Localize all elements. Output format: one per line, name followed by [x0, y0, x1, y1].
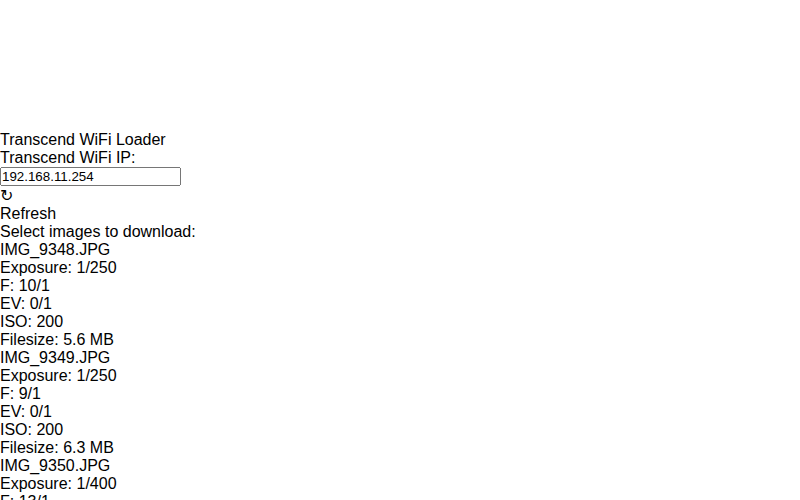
image-rows: IMG_9348.JPG Exposure: 1/250F: 10/1EV: 0…	[0, 241, 800, 500]
refresh-label: Refresh	[0, 205, 800, 223]
wallpaper-stars	[0, 0, 800, 131]
image-exif: Exposure: 1/250F: 10/1EV: 0/1ISO: 200Fil…	[0, 259, 800, 349]
image-exif: Exposure: 1/400F: 13/1EV: 0/1ISO: 200Fil…	[0, 475, 800, 500]
window-title: Transcend WiFi Loader	[0, 131, 800, 149]
exif-line: EV: 0/1	[0, 403, 800, 421]
exif-line: Filesize: 5.6 MB	[0, 331, 800, 349]
title-bar[interactable]: Transcend WiFi Loader	[0, 131, 800, 149]
image-filename: IMG_9349.JPG	[0, 349, 110, 366]
exif-line: Exposure: 1/250	[0, 367, 800, 385]
ip-input[interactable]	[0, 167, 181, 186]
image-filename: IMG_9348.JPG	[0, 241, 110, 258]
select-images-label: Select images to download:	[0, 223, 800, 241]
exif-line: ISO: 200	[0, 421, 800, 439]
image-filename: IMG_9350.JPG	[0, 457, 110, 474]
exif-line: Exposure: 1/250	[0, 259, 800, 277]
exif-line: F: 10/1	[0, 277, 800, 295]
image-exif: Exposure: 1/250F: 9/1EV: 0/1ISO: 200File…	[0, 367, 800, 457]
app-window: Transcend WiFi Loader Transcend WiFi IP:…	[0, 131, 800, 500]
list-item: IMG_9349.JPG Exposure: 1/250F: 9/1EV: 0/…	[0, 349, 800, 457]
ip-label: Transcend WiFi IP:	[0, 149, 800, 167]
refresh-icon[interactable]: ↻	[0, 186, 800, 205]
exif-line: EV: 0/1	[0, 295, 800, 313]
list-item: IMG_9348.JPG Exposure: 1/250F: 10/1EV: 0…	[0, 241, 800, 349]
exif-line: F: 9/1	[0, 385, 800, 403]
desktop: Transcend WiFi Loader Transcend WiFi IP:…	[0, 0, 800, 500]
image-list: IMG_9348.JPG Exposure: 1/250F: 10/1EV: 0…	[0, 241, 800, 500]
exif-line: Filesize: 6.3 MB	[0, 439, 800, 457]
list-item: IMG_9350.JPG Exposure: 1/400F: 13/1EV: 0…	[0, 457, 800, 500]
exif-line: Exposure: 1/400	[0, 475, 800, 493]
exif-line: F: 13/1	[0, 493, 800, 500]
exif-line: ISO: 200	[0, 313, 800, 331]
